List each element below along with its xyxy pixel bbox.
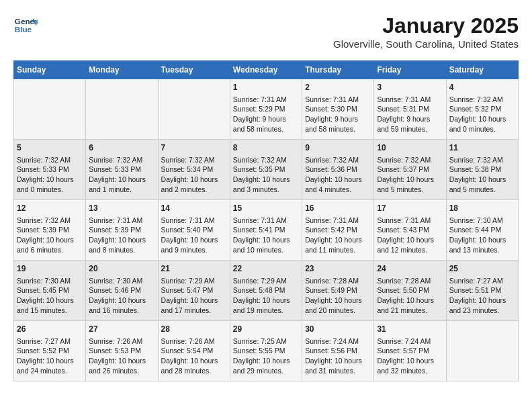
day-number: 16 <box>305 203 371 214</box>
calendar-cell <box>158 79 230 140</box>
sunset-text: Sunset: 5:56 PM <box>305 346 371 356</box>
calendar-cell: 1Sunrise: 7:31 AMSunset: 5:29 PMDaylight… <box>230 79 302 140</box>
sunrise-text: Sunrise: 7:29 AM <box>161 276 227 286</box>
day-number: 6 <box>89 142 154 154</box>
daylight-text: and 12 minutes. <box>377 245 443 255</box>
daylight-text: and 20 minutes. <box>305 306 371 316</box>
calendar-cell <box>86 79 158 140</box>
day-number: 27 <box>89 324 154 335</box>
sunrise-text: Sunrise: 7:30 AM <box>89 276 154 286</box>
daylight-text: Daylight: 10 hours <box>305 295 371 306</box>
daylight-text: and 13 minutes. <box>449 245 515 255</box>
sunrise-text: Sunrise: 7:31 AM <box>305 95 371 105</box>
header-tuesday: Tuesday <box>158 61 230 79</box>
calendar-cell: 16Sunrise: 7:31 AMSunset: 5:42 PMDayligh… <box>302 200 374 261</box>
sunset-text: Sunset: 5:42 PM <box>305 225 371 235</box>
calendar-cell: 11Sunrise: 7:32 AMSunset: 5:38 PMDayligh… <box>446 140 518 200</box>
header-friday: Friday <box>374 61 446 79</box>
sunrise-text: Sunrise: 7:31 AM <box>89 216 154 226</box>
daylight-text: and 24 minutes. <box>17 366 83 376</box>
daylight-text: and 8 minutes. <box>89 245 154 255</box>
daylight-text: Daylight: 10 hours <box>377 356 443 366</box>
sunrise-text: Sunrise: 7:31 AM <box>233 95 299 105</box>
sunrise-text: Sunrise: 7:30 AM <box>17 276 83 286</box>
daylight-text: and 21 minutes. <box>377 306 443 316</box>
day-number: 21 <box>161 263 227 275</box>
header-monday: Monday <box>86 61 158 79</box>
day-number: 11 <box>449 142 515 154</box>
daylight-text: Daylight: 10 hours <box>233 235 299 245</box>
calendar-cell: 19Sunrise: 7:30 AMSunset: 5:45 PMDayligh… <box>14 261 86 321</box>
daylight-text: and 9 minutes. <box>161 245 227 255</box>
calendar-cell: 28Sunrise: 7:26 AMSunset: 5:54 PMDayligh… <box>158 321 230 381</box>
sunrise-text: Sunrise: 7:28 AM <box>305 276 371 286</box>
daylight-text: Daylight: 10 hours <box>233 175 299 185</box>
sunrise-text: Sunrise: 7:28 AM <box>377 276 443 286</box>
sunset-text: Sunset: 5:35 PM <box>233 165 299 175</box>
calendar-cell: 30Sunrise: 7:24 AMSunset: 5:56 PMDayligh… <box>302 321 374 381</box>
daylight-text: Daylight: 10 hours <box>449 114 515 124</box>
calendar-cell: 5Sunrise: 7:32 AMSunset: 5:33 PMDaylight… <box>14 140 86 200</box>
calendar-cell: 2Sunrise: 7:31 AMSunset: 5:30 PMDaylight… <box>302 79 374 140</box>
day-number: 25 <box>449 263 515 275</box>
sunset-text: Sunset: 5:49 PM <box>305 285 371 295</box>
daylight-text: Daylight: 9 hours <box>377 114 443 124</box>
daylight-text: and 23 minutes. <box>449 306 515 316</box>
daylight-text: Daylight: 10 hours <box>17 235 83 245</box>
sunrise-text: Sunrise: 7:31 AM <box>161 216 227 226</box>
sunrise-text: Sunrise: 7:32 AM <box>161 155 227 165</box>
daylight-text: and 26 minutes. <box>89 366 154 376</box>
daylight-text: and 16 minutes. <box>89 306 154 316</box>
calendar-cell: 6Sunrise: 7:32 AMSunset: 5:33 PMDaylight… <box>86 140 158 200</box>
calendar-table: Sunday Monday Tuesday Wednesday Thursday… <box>13 60 519 381</box>
day-number: 19 <box>17 263 83 275</box>
calendar-cell: 29Sunrise: 7:25 AMSunset: 5:55 PMDayligh… <box>230 321 302 381</box>
calendar-cell: 22Sunrise: 7:29 AMSunset: 5:48 PMDayligh… <box>230 261 302 321</box>
day-number: 22 <box>233 263 299 275</box>
calendar-cell: 12Sunrise: 7:32 AMSunset: 5:39 PMDayligh… <box>14 200 86 261</box>
sunset-text: Sunset: 5:47 PM <box>161 285 227 295</box>
calendar-cell: 10Sunrise: 7:32 AMSunset: 5:37 PMDayligh… <box>374 140 446 200</box>
daylight-text: Daylight: 10 hours <box>233 295 299 306</box>
day-number: 31 <box>377 324 443 335</box>
day-number: 28 <box>161 324 227 335</box>
calendar-cell: 13Sunrise: 7:31 AMSunset: 5:39 PMDayligh… <box>86 200 158 261</box>
sunset-text: Sunset: 5:44 PM <box>449 225 515 235</box>
daylight-text: Daylight: 9 hours <box>305 114 371 124</box>
daylight-text: and 32 minutes. <box>377 366 443 376</box>
calendar-cell: 27Sunrise: 7:26 AMSunset: 5:53 PMDayligh… <box>86 321 158 381</box>
daylight-text: Daylight: 10 hours <box>305 235 371 245</box>
sunrise-text: Sunrise: 7:27 AM <box>449 276 515 286</box>
week-row-3: 12Sunrise: 7:32 AMSunset: 5:39 PMDayligh… <box>14 200 519 261</box>
calendar-cell: 3Sunrise: 7:31 AMSunset: 5:31 PMDaylight… <box>374 79 446 140</box>
daylight-text: and 1 minute. <box>89 185 154 195</box>
daylight-text: and 58 minutes. <box>305 124 371 134</box>
daylight-text: Daylight: 10 hours <box>17 175 83 185</box>
sunrise-text: Sunrise: 7:32 AM <box>233 155 299 165</box>
sunrise-text: Sunrise: 7:30 AM <box>449 216 515 226</box>
sunset-text: Sunset: 5:54 PM <box>161 346 227 356</box>
day-number: 18 <box>449 203 515 214</box>
sunrise-text: Sunrise: 7:32 AM <box>449 155 515 165</box>
daylight-text: Daylight: 10 hours <box>449 235 515 245</box>
sunset-text: Sunset: 5:36 PM <box>305 165 371 175</box>
sunset-text: Sunset: 5:37 PM <box>377 165 443 175</box>
daylight-text: and 17 minutes. <box>161 306 227 316</box>
logo-icon: General Blue <box>13 13 38 38</box>
day-number: 20 <box>89 263 154 275</box>
day-number: 23 <box>305 263 371 275</box>
daylight-text: Daylight: 10 hours <box>377 175 443 185</box>
week-row-4: 19Sunrise: 7:30 AMSunset: 5:45 PMDayligh… <box>14 261 519 321</box>
daylight-text: and 28 minutes. <box>161 366 227 376</box>
calendar-cell: 24Sunrise: 7:28 AMSunset: 5:50 PMDayligh… <box>374 261 446 321</box>
daylight-text: Daylight: 10 hours <box>161 295 227 306</box>
day-number: 13 <box>89 203 154 214</box>
sunrise-text: Sunrise: 7:32 AM <box>89 155 154 165</box>
sunset-text: Sunset: 5:34 PM <box>161 165 227 175</box>
calendar-cell: 14Sunrise: 7:31 AMSunset: 5:40 PMDayligh… <box>158 200 230 261</box>
sunset-text: Sunset: 5:38 PM <box>449 165 515 175</box>
title-block: January 2025 Gloverville, South Carolina… <box>333 13 519 50</box>
sunset-text: Sunset: 5:33 PM <box>89 165 154 175</box>
sunset-text: Sunset: 5:46 PM <box>89 285 154 295</box>
sunrise-text: Sunrise: 7:26 AM <box>161 336 227 347</box>
